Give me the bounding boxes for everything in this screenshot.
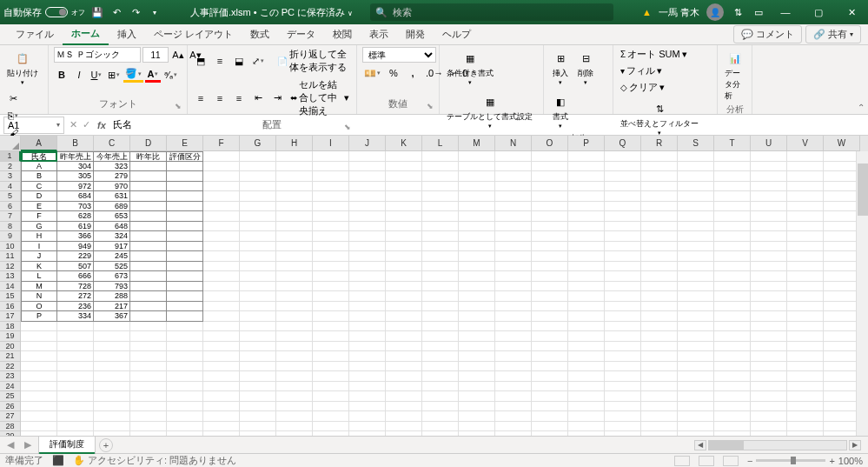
cell[interactable] — [21, 411, 57, 422]
cell[interactable] — [240, 291, 276, 302]
cell[interactable] — [313, 371, 349, 382]
cell[interactable] — [751, 271, 787, 282]
row-header[interactable]: 9 — [0, 231, 21, 242]
col-header[interactable]: S — [678, 136, 714, 151]
cell[interactable] — [240, 342, 276, 352]
cell[interactable] — [21, 351, 57, 362]
cell[interactable] — [349, 311, 386, 322]
cell[interactable] — [532, 351, 568, 362]
row-header[interactable]: 7 — [0, 211, 21, 222]
cell[interactable] — [787, 251, 824, 262]
cell[interactable] — [678, 422, 714, 432]
cell[interactable] — [568, 231, 605, 242]
cell[interactable] — [313, 291, 349, 302]
cell[interactable] — [824, 351, 860, 362]
cell[interactable] — [787, 402, 824, 412]
cell[interactable] — [678, 362, 714, 372]
cell[interactable] — [495, 291, 532, 302]
fx-icon[interactable]: fx — [97, 120, 106, 130]
cell[interactable] — [714, 371, 751, 382]
cell[interactable] — [422, 282, 459, 292]
cell[interactable] — [313, 342, 349, 352]
cell[interactable] — [386, 291, 422, 302]
cell[interactable] — [824, 251, 860, 262]
cell[interactable] — [641, 162, 678, 172]
cell[interactable] — [787, 282, 824, 292]
cell[interactable] — [824, 191, 860, 202]
row-header[interactable]: 22 — [0, 362, 21, 372]
cell[interactable]: 昨年比 — [130, 151, 167, 162]
col-header[interactable]: M — [459, 136, 495, 151]
cell[interactable] — [714, 242, 751, 252]
cell[interactable] — [422, 171, 459, 182]
cell[interactable]: 728 — [57, 282, 94, 292]
cell[interactable] — [203, 311, 240, 322]
cell[interactable]: 217 — [94, 302, 130, 312]
hscroll-right[interactable]: ▶ — [849, 440, 861, 450]
cell[interactable]: 334 — [57, 311, 94, 322]
cell[interactable] — [203, 202, 240, 212]
fill-button[interactable]: ▾ フィル ▾ — [619, 63, 689, 78]
cell[interactable] — [714, 282, 751, 292]
cell[interactable] — [313, 271, 349, 282]
cell[interactable] — [568, 342, 605, 352]
close-button[interactable]: ✕ — [838, 3, 865, 22]
align-dialog-icon[interactable]: ⬊ — [344, 123, 351, 131]
cell[interactable] — [313, 222, 349, 232]
cell[interactable] — [386, 431, 422, 436]
cell[interactable] — [167, 302, 203, 312]
cell[interactable] — [130, 431, 167, 436]
format-cells-button[interactable]: ◧書式▾ — [549, 90, 572, 131]
cell[interactable] — [568, 371, 605, 382]
cell[interactable] — [532, 231, 568, 242]
cell[interactable] — [276, 342, 313, 352]
cell[interactable] — [130, 211, 167, 222]
cell[interactable] — [130, 242, 167, 252]
cell[interactable] — [240, 282, 276, 292]
cell[interactable] — [313, 171, 349, 182]
cell[interactable] — [276, 391, 313, 402]
cell[interactable] — [240, 231, 276, 242]
cell[interactable]: 619 — [57, 222, 94, 232]
cell[interactable] — [568, 331, 605, 342]
cell[interactable] — [349, 322, 386, 332]
cell[interactable] — [21, 362, 57, 372]
cell[interactable] — [605, 282, 641, 292]
cell[interactable] — [240, 162, 276, 172]
cell[interactable] — [203, 431, 240, 436]
cell[interactable] — [240, 242, 276, 252]
tab-view[interactable]: 表示 — [361, 24, 397, 44]
col-header[interactable]: B — [57, 136, 94, 151]
cell[interactable] — [203, 242, 240, 252]
cell[interactable] — [203, 222, 240, 232]
cell[interactable] — [678, 431, 714, 436]
cell[interactable] — [349, 302, 386, 312]
cell[interactable] — [678, 331, 714, 342]
cell[interactable] — [386, 371, 422, 382]
cell[interactable] — [276, 371, 313, 382]
page-layout-view-icon[interactable] — [699, 456, 714, 466]
row-header[interactable]: 25 — [0, 391, 21, 402]
tab-review[interactable]: 校閲 — [324, 24, 361, 44]
cell[interactable] — [495, 222, 532, 232]
cell[interactable] — [130, 171, 167, 182]
sheet-tab[interactable]: 評価制度 — [38, 436, 96, 454]
cell[interactable] — [787, 211, 824, 222]
percent-icon[interactable]: % — [386, 65, 401, 81]
cell[interactable] — [714, 182, 751, 192]
cell[interactable] — [459, 282, 495, 292]
cell[interactable] — [605, 422, 641, 432]
cell[interactable] — [276, 202, 313, 212]
cell[interactable] — [532, 371, 568, 382]
cell[interactable] — [422, 302, 459, 312]
cell[interactable] — [276, 291, 313, 302]
warning-icon[interactable]: ▲ — [642, 7, 652, 17]
font-size-select[interactable] — [142, 47, 169, 63]
cell[interactable] — [459, 211, 495, 222]
cell[interactable] — [641, 271, 678, 282]
cell[interactable] — [751, 351, 787, 362]
cell[interactable] — [641, 382, 678, 392]
cell[interactable] — [495, 271, 532, 282]
cell[interactable] — [240, 331, 276, 342]
cell[interactable] — [495, 242, 532, 252]
